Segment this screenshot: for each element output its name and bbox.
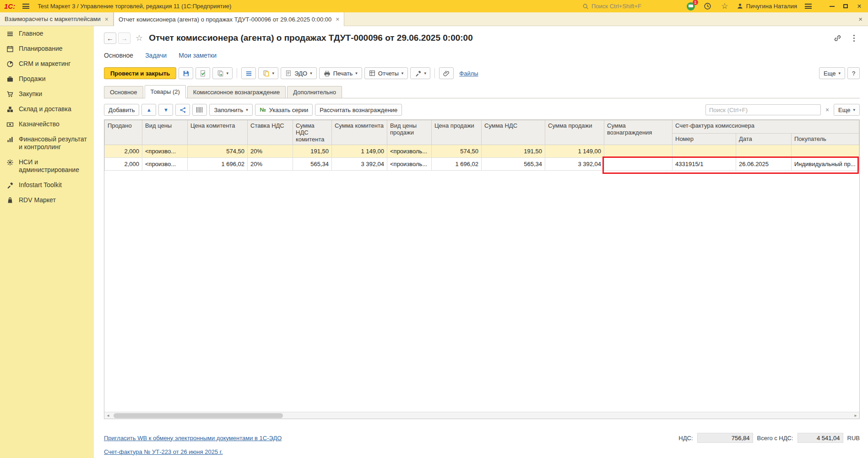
move-up-button[interactable]: ▲ [141,104,156,116]
table-search-input[interactable] [705,104,821,115]
sidebar-item-main[interactable]: Главное [0,26,94,41]
sidebar-item-treasury[interactable]: Казначейство [0,117,94,132]
current-user[interactable]: Пичугина Наталия [737,3,797,10]
minimize-button[interactable] [825,0,839,12]
horizontal-scrollbar[interactable]: ◄ ► [104,412,859,419]
column-header-principal-price[interactable]: Цена комитента [188,120,248,145]
table-cell[interactable]: 191,50 [482,145,545,158]
close-tab-icon[interactable]: × [105,16,108,22]
table-cell[interactable] [604,158,673,171]
discussions-icon[interactable]: 1 [686,1,696,11]
column-header-reward-sum[interactable]: Сумма вознаграждения [604,120,673,145]
get-link-icon[interactable] [831,32,843,43]
table-cell[interactable]: 4331915/1 [673,158,736,171]
sidebar-item-finance[interactable]: Финансовый результат и контроллинг [0,132,94,155]
favorites-icon[interactable]: ☆ [720,1,730,11]
table-more-button[interactable]: Еще ▾ [834,104,860,116]
column-header-invoice-buyer[interactable]: Покупатель [792,134,859,145]
sidebar-item-administration[interactable]: НСИ и администрирование [0,155,94,178]
scroll-left-button[interactable]: ◄ [104,412,112,419]
save-button[interactable] [179,67,193,79]
table-cell[interactable] [673,145,736,158]
set-series-button[interactable]: Указать серии [255,104,313,116]
table-cell[interactable]: 1 696,02 [432,158,482,171]
forward-button[interactable]: → [118,32,130,44]
column-group-invoice[interactable]: Счет-фактура комиссионера [673,120,859,134]
add-row-button[interactable]: Добавить [104,104,139,116]
tab-commission[interactable]: Комиссионное вознаграждение [187,86,286,98]
scrollbar-thumb[interactable] [114,413,283,418]
tab-main[interactable]: Основное [104,86,143,98]
column-header-invoice-number[interactable]: Номер [673,134,736,145]
edo-button[interactable]: ЭДО ▾ [281,67,316,79]
column-header-sale-price[interactable]: Цена продажи [432,120,482,145]
table-cell[interactable]: <произволь... [387,158,432,171]
tab-additional[interactable]: Дополнительно [287,86,342,98]
close-window-button[interactable]: × [852,0,866,12]
invoice-link[interactable]: Счет-фактура № УТ-223 от 26 июня 2025 г. [104,448,223,455]
global-search[interactable]: Поиск Ctrl+Shift+F [582,0,641,12]
sidebar-item-rdv-market[interactable]: RDV Маркет [0,193,94,208]
table-cell[interactable]: 3 392,04 [332,158,387,171]
reports-button[interactable]: Отчеты ▾ [364,67,408,79]
table-cell[interactable]: 565,34 [482,158,545,171]
column-header-invoice-date[interactable]: Дата [736,134,792,145]
table-cell[interactable]: 574,50 [432,145,482,158]
help-button[interactable]: ? [847,67,860,79]
table-cell[interactable] [736,145,792,158]
table-cell[interactable]: 1 696,02 [188,158,248,171]
print-button[interactable]: Печать ▾ [319,67,362,79]
barcode-button[interactable] [192,104,207,116]
main-menu-icon[interactable] [22,4,29,9]
nav-link-notes[interactable]: Мои заметки [179,52,217,59]
copy-dropdown-button[interactable]: ▾ [258,67,278,79]
sidebar-item-crm[interactable]: CRM и маркетинг [0,56,94,71]
column-header-sold[interactable]: Продано [105,120,142,145]
create-based-on-button[interactable]: ▾ [212,67,233,79]
table-cell[interactable]: 2,000 [105,158,142,171]
table-cell[interactable]: 26.06.2025 [736,158,792,171]
column-header-principal-vat[interactable]: Сумма НДС комитента [293,120,332,145]
table-cell[interactable] [792,145,859,158]
window-tab-mutual-settlements[interactable]: Взаиморасчеты с маркетплейсами × [0,12,114,26]
column-header-price-kind[interactable]: Вид цены [142,120,188,145]
attachments-button[interactable] [439,67,454,79]
table-cell[interactable]: 1 149,00 [545,145,604,158]
favorite-star-icon[interactable]: ☆ [136,33,143,43]
sidebar-item-purchases[interactable]: Закупки [0,86,94,102]
back-button[interactable]: ← [104,32,116,44]
table-cell[interactable]: 20% [248,158,293,171]
tab-goods[interactable]: Товары (2) [145,85,186,98]
table-cell[interactable]: 565,34 [293,158,332,171]
column-header-sale-price-kind[interactable]: Вид цены продажи [387,120,432,145]
service-menu-icon[interactable] [805,4,812,9]
column-header-sale-sum[interactable]: Сумма продажи [545,120,604,145]
table-cell[interactable] [604,145,673,158]
more-menu-dots-icon[interactable] [848,32,860,43]
sidebar-item-infostart-toolkit[interactable]: Infostart Toolkit [0,178,94,193]
invite-wb-edo-link[interactable]: Пригласить WB к обмену электронными доку… [104,435,282,442]
nav-link-tasks[interactable]: Задачи [145,52,167,59]
table-cell[interactable]: Индивидуальный пр... [792,158,859,171]
sidebar-item-sales[interactable]: Продажи [0,71,94,86]
close-form-button[interactable]: × [853,15,868,23]
history-icon[interactable] [703,1,713,11]
window-tab-commission-report[interactable]: Отчет комиссионера (агента) о продажах Т… [114,12,344,26]
table-cell[interactable]: 20% [248,145,293,158]
more-button[interactable]: Еще ▾ [819,67,845,79]
scroll-right-button[interactable]: ► [852,412,859,419]
table-row[interactable]: 2,000 <произво... 1 696,02 20% 565,34 3 … [105,158,859,171]
post-document-button[interactable] [195,67,210,79]
column-header-vat-sum[interactable]: Сумма НДС [482,120,545,145]
files-link[interactable]: Файлы [459,70,478,77]
share-button[interactable] [175,104,190,116]
tools-button[interactable]: ▾ [410,67,430,79]
nav-link-main[interactable]: Основное [104,52,133,59]
show-in-list-button[interactable] [241,67,256,79]
post-and-close-button[interactable]: Провести и закрыть [104,67,176,79]
table-cell[interactable]: 2,000 [105,145,142,158]
calculate-reward-button[interactable]: Рассчитать вознаграждение [315,104,402,116]
table-cell[interactable]: 574,50 [188,145,248,158]
move-down-button[interactable]: ▼ [158,104,173,116]
sidebar-item-planning[interactable]: Планирование [0,41,94,56]
